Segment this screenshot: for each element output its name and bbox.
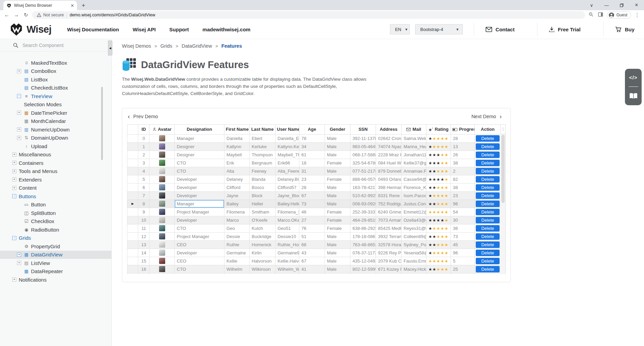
cell-gender[interactable]: Female (325, 159, 350, 167)
star-icon[interactable]: ★ (428, 218, 433, 223)
cell-progress[interactable]: 27 (451, 273, 475, 274)
grid-scrollbar-track[interactable] (500, 134, 506, 274)
expand-icon[interactable]: + (17, 69, 21, 73)
cell-rating[interactable]: ★★★★★ (426, 175, 451, 183)
cell-mail[interactable]: Fausto.Emm (402, 257, 426, 265)
cell-gender[interactable]: Female (325, 175, 350, 183)
star-icon[interactable]: ★ (433, 226, 437, 231)
sidebar-item-listbox[interactable]: ▤ListBox (0, 75, 111, 84)
cell-age[interactable]: 18 (299, 159, 325, 167)
cell-mail[interactable]: Justus.Conn (402, 200, 426, 208)
star-icon[interactable]: ★ (428, 177, 433, 182)
cell-rating[interactable]: ★★★★★ (426, 142, 451, 151)
cell-last-name[interactable]: Kerluke (250, 142, 276, 151)
cell-ssn[interactable]: 802-12-5999 (350, 265, 376, 273)
expand-icon[interactable]: + (12, 278, 16, 282)
star-icon[interactable]: ★ (433, 193, 437, 198)
star-icon[interactable]: ★ (444, 234, 449, 239)
cell-ssn[interactable]: 325-54-6786 (350, 159, 376, 167)
collapse-icon[interactable]: − (12, 194, 16, 198)
cell-ssn[interactable]: 888-66-0576 (350, 175, 376, 183)
browser-tab[interactable]: Wisej Demo Browser ✕ (3, 1, 77, 10)
cell-progress[interactable]: 30 (451, 216, 475, 224)
breadcrumb-item-grids[interactable]: Grids (160, 43, 172, 49)
star-icon[interactable]: ★ (428, 267, 433, 272)
row-header-cell[interactable] (127, 175, 138, 183)
cell-address[interactable]: 9365 Bernard (376, 273, 402, 274)
star-icon[interactable]: ★ (433, 242, 437, 247)
cell-user-name[interactable]: Marco.OKeef (276, 216, 299, 224)
cell-rating[interactable]: ★★★★★ (426, 208, 451, 216)
cell-id[interactable]: 7 (138, 191, 150, 200)
delete-button[interactable]: Delete (476, 168, 500, 174)
star-icon[interactable]: ★ (444, 218, 449, 223)
nav-link-madewithwisej-com[interactable]: madewithwisej.com (203, 27, 251, 32)
cell-rating[interactable]: ★★★★★ (426, 257, 451, 265)
sidebar-item-radiobutton[interactable]: ◉RadioButton (0, 225, 111, 234)
cell-rating[interactable]: ★★★★★ (426, 232, 451, 240)
cell-avatar[interactable] (150, 249, 175, 257)
column-header-age[interactable]: Age (299, 124, 325, 134)
cell-mail[interactable]: Annamae.Pfe (402, 167, 426, 175)
cell-ssn[interactable]: 805-78-3142 (350, 273, 376, 274)
cell-gender[interactable]: Female (325, 224, 350, 232)
side-panel-icon[interactable] (597, 12, 604, 18)
delete-button[interactable]: Delete (476, 176, 500, 183)
cell-designation[interactable]: CTO (175, 265, 224, 273)
cell-gender[interactable]: Female (325, 273, 350, 274)
star-icon[interactable]: ★ (437, 153, 441, 157)
cell-avatar[interactable] (150, 208, 175, 216)
star-icon[interactable]: ★ (440, 153, 444, 157)
star-icon[interactable]: ★ (433, 161, 437, 166)
nav-link-support[interactable]: Support (169, 27, 189, 32)
row-header-cell[interactable] (127, 183, 138, 191)
star-icon[interactable]: ★ (433, 267, 437, 272)
star-icon[interactable]: ★ (437, 144, 441, 149)
column-header-first-name[interactable]: First Name (224, 124, 250, 134)
back-icon[interactable]: ← (3, 12, 10, 18)
star-icon[interactable]: ★ (440, 259, 444, 264)
cell-gender[interactable]: Male (325, 257, 350, 265)
cell-last-name[interactable]: Halvorson (250, 257, 276, 265)
sidebar-item-tools-and-menus[interactable]: +Tools and Menus (0, 167, 111, 176)
sidebar-item-buttons[interactable]: −Buttons (0, 192, 111, 201)
cell-user-name[interactable]: Jayne_Block2 (276, 191, 299, 200)
cell-gender[interactable]: Male (325, 151, 350, 159)
cell-progress[interactable]: 96 (451, 200, 475, 208)
cell-id[interactable]: 1 (138, 142, 150, 151)
cell-age[interactable]: 51 (299, 232, 325, 240)
star-icon[interactable]: ★ (428, 144, 433, 149)
row-header-cell[interactable] (127, 240, 138, 249)
sidebar-item-propertygrid[interactable]: ⚙PropertyGrid (0, 242, 111, 251)
row-header-cell[interactable] (127, 249, 138, 257)
sidebar-item-extenders[interactable]: +Extenders (0, 175, 111, 184)
cell-user-name[interactable]: Erik66 (276, 159, 299, 167)
cell-last-name[interactable]: Emmerich (250, 273, 276, 274)
star-icon[interactable]: ★ (444, 136, 449, 141)
sidebar-item-miscellaneous[interactable]: +Miscellaneous (0, 151, 111, 159)
star-icon[interactable]: ★ (437, 202, 441, 206)
reload-icon[interactable]: ↻ (22, 12, 29, 18)
cell-age[interactable]: 27 (299, 216, 325, 224)
profile-button[interactable]: Guest (607, 11, 631, 19)
cell-last-name[interactable]: Buckridge (250, 232, 276, 240)
breadcrumb-item-datagridview[interactable]: DataGridView (182, 43, 212, 49)
cell-avatar[interactable] (150, 200, 175, 208)
cell-id[interactable]: 3 (138, 159, 150, 167)
cell-designation[interactable]: CTO (175, 224, 224, 232)
cell-first-name[interactable]: Bailey (224, 200, 250, 208)
cell-id[interactable]: 8 (138, 200, 150, 208)
star-icon[interactable]: ★ (433, 153, 437, 157)
delete-button[interactable]: Delete (476, 217, 500, 223)
cell-address[interactable]: 2079 Kub Ca (376, 257, 402, 265)
documentation-book-icon[interactable] (629, 93, 638, 99)
cell-avatar[interactable] (150, 175, 175, 183)
star-icon[interactable]: ★ (437, 259, 441, 264)
star-icon[interactable]: ★ (433, 234, 437, 239)
delete-button[interactable]: Delete (476, 233, 500, 240)
cell-designation[interactable]: Developer (175, 249, 224, 257)
star-icon[interactable]: ★ (444, 251, 449, 255)
column-header-last-name[interactable]: Last Name (250, 124, 276, 134)
prev-demo-button[interactable]: ‹ Prev Demo (128, 113, 158, 120)
cell-avatar[interactable] (150, 159, 175, 167)
